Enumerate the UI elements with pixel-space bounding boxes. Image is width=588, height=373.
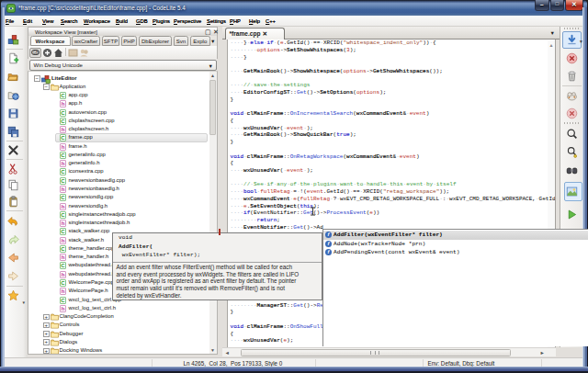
svg-text:GB: GB <box>33 51 40 55</box>
